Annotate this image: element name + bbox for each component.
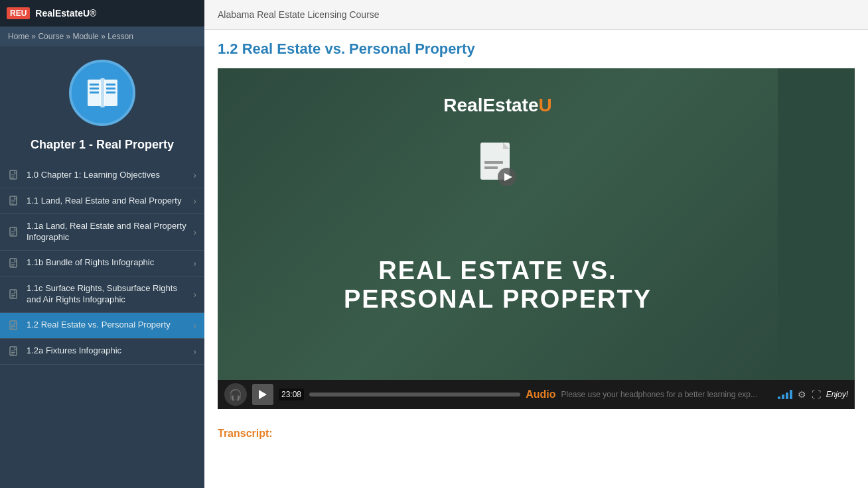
svg-rect-6: [106, 84, 115, 86]
document-icon: [8, 195, 20, 207]
audio-label: Audio: [526, 389, 555, 400]
settings-icon[interactable]: ⚙: [798, 389, 806, 400]
nav-item-label: 1.1b Bundle of Rights Infographic: [27, 257, 193, 269]
fullscreen-icon[interactable]: ⛶: [812, 389, 821, 400]
play-button[interactable]: [252, 384, 273, 405]
transcript-label: Transcript:: [218, 428, 273, 439]
svg-rect-4: [90, 88, 99, 90]
nav-item-6[interactable]: 1.2a Fixtures Infographic›: [0, 339, 204, 365]
reu-logo: REU: [7, 7, 30, 19]
course-header: Alabama Real Estate Licensing Course: [204, 0, 868, 30]
nav-item-5[interactable]: 1.2 Real Estate vs. Personal Property›: [0, 313, 204, 339]
nav-item-1[interactable]: 1.1 Land, Real Estate and Real Property›: [0, 188, 204, 214]
svg-marker-43: [259, 390, 267, 399]
nav-item-label: 1.0 Chapter 1: Learning Objectives: [27, 170, 193, 181]
signal-bars: [778, 390, 792, 399]
video-line1: REAL ESTATE vs.: [218, 257, 778, 285]
sidebar: REU RealEstateU® Home » Course » Module …: [0, 0, 204, 488]
nav-item-2[interactable]: 1.1a Land, Real Estate and Real Property…: [0, 214, 204, 251]
breadcrumb-lesson[interactable]: Lesson: [108, 32, 133, 41]
chapter-title: Chapter 1 - Real Property: [0, 133, 204, 162]
document-icon: [8, 288, 20, 300]
enjoy-badge: Enjoy!: [826, 390, 848, 399]
document-icon: [8, 320, 20, 332]
svg-rect-8: [106, 91, 115, 93]
nav-item-label: 1.2a Fixtures Infographic: [27, 345, 193, 357]
nav-list: 1.0 Chapter 1: Learning Objectives› 1.1 …: [0, 162, 204, 488]
nav-item-arrow-icon: ›: [193, 227, 196, 237]
progress-bar[interactable]: [309, 393, 520, 396]
document-icon: [8, 257, 20, 269]
video-controls: 🎧 23:08 Audio Please use your headphones…: [218, 380, 855, 409]
nav-item-label: 1.2 Real Estate vs. Personal Property: [27, 320, 193, 331]
video-container: RealEstateU REAL ESTATE vs. PERSONAL PRO…: [218, 68, 855, 409]
timestamp: 23:08: [279, 389, 304, 400]
top-bar: REU RealEstateU®: [0, 0, 204, 27]
document-icon: [8, 169, 20, 181]
svg-rect-3: [90, 84, 99, 86]
headphones-icon: 🎧: [224, 383, 247, 406]
main-content: Alabama Real Estate Licensing Course 1.2…: [204, 0, 868, 488]
document-icon: [8, 345, 20, 357]
breadcrumb-course[interactable]: Course: [38, 32, 64, 41]
nav-item-label: 1.1c Surface Rights, Subsurface Rights a…: [27, 283, 193, 306]
audio-indicator: Audio: [526, 389, 555, 400]
headphones-instruction: Please use your headphones for a better …: [561, 390, 772, 399]
nav-item-label: 1.1 Land, Real Estate and Real Property: [27, 196, 193, 207]
nav-item-label: 1.1a Land, Real Estate and Real Property…: [27, 221, 193, 243]
breadcrumb-home[interactable]: Home: [8, 32, 29, 41]
video-line2: PERSONAL PROPERTY: [218, 285, 778, 314]
nav-item-arrow-icon: ›: [193, 346, 196, 357]
svg-rect-2: [100, 78, 105, 107]
svg-rect-39: [484, 161, 503, 164]
video-player[interactable]: RealEstateU REAL ESTATE vs. PERSONAL PRO…: [218, 68, 778, 380]
video-brand-text: RealEstateU: [443, 95, 551, 115]
nav-item-arrow-icon: ›: [193, 289, 196, 300]
nav-item-arrow-icon: ›: [193, 196, 196, 206]
svg-rect-7: [106, 88, 115, 90]
svg-rect-40: [484, 166, 498, 169]
video-main-text: REAL ESTATE vs. PERSONAL PROPERTY: [218, 257, 778, 314]
nav-item-0[interactable]: 1.0 Chapter 1: Learning Objectives›: [0, 162, 204, 188]
svg-rect-5: [90, 91, 99, 93]
nav-item-4[interactable]: 1.1c Surface Rights, Subsurface Rights a…: [0, 276, 204, 313]
chapter-icon-container: [0, 46, 204, 133]
breadcrumb: Home » Course » Module » Lesson: [0, 27, 204, 46]
lesson-title: 1.2 Real Estate vs. Personal Property: [204, 30, 868, 68]
book-icon: [69, 60, 135, 126]
nav-item-arrow-icon: ›: [193, 258, 196, 269]
video-doc-icon: [478, 141, 518, 189]
video-brand: RealEstateU: [443, 95, 551, 116]
transcript-section: Transcript:: [204, 420, 868, 448]
app-title: RealEstateU®: [35, 8, 96, 19]
nav-item-3[interactable]: 1.1b Bundle of Rights Infographic›: [0, 251, 204, 276]
nav-item-arrow-icon: ›: [193, 320, 196, 331]
breadcrumb-module[interactable]: Module: [72, 32, 98, 41]
nav-item-arrow-icon: ›: [193, 170, 196, 180]
document-icon: [8, 226, 20, 238]
